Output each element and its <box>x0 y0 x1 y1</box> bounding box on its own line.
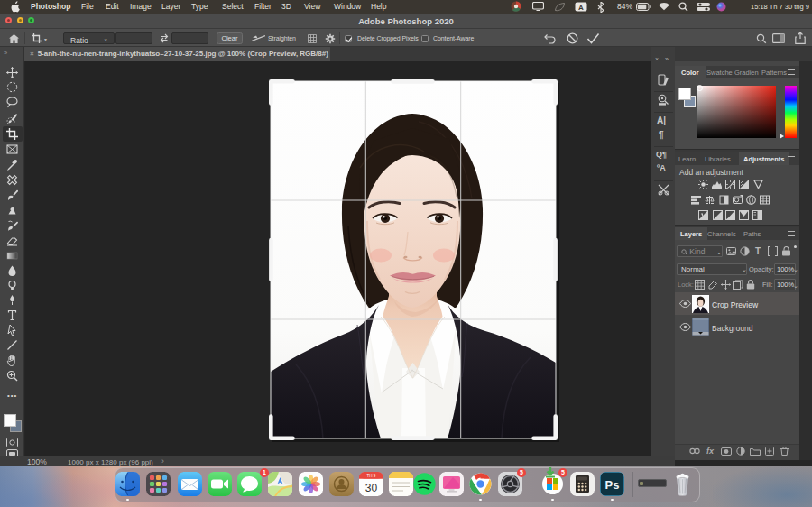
svg-text:TH 9: TH 9 <box>366 474 375 478</box>
svg-text:A: A <box>578 4 584 12</box>
svg-text:Ps: Ps <box>604 478 619 492</box>
svg-text:30: 30 <box>364 482 377 494</box>
